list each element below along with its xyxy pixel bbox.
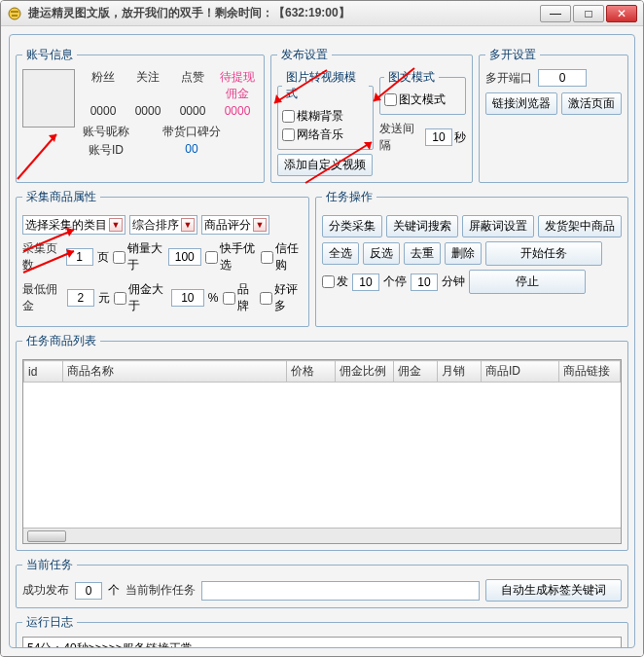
account-id-label: 账号ID [83, 142, 129, 159]
delete-button[interactable]: 删除 [445, 242, 482, 265]
likes-value: 0000 [172, 104, 213, 118]
h-scrollbar[interactable] [23, 528, 621, 543]
video-mode-group: 图片转视频模式 模糊背景 网络音乐 [277, 69, 374, 150]
pic-mode-checkbox[interactable]: 图文模式 [384, 91, 461, 108]
col-id[interactable]: id [24, 361, 63, 383]
reputation-label: 带货口碑分 [162, 124, 221, 140]
window-controls: — □ ✕ [540, 5, 637, 22]
task-legend: 任务操作 [322, 189, 376, 205]
pic-mode-legend: 图文模式 [384, 69, 439, 86]
interval-unit: 秒 [454, 129, 466, 146]
port-input[interactable] [538, 69, 587, 87]
port-label: 多开端口 [485, 70, 532, 87]
auto-tag-button[interactable]: 自动生成标签关键词 [485, 579, 622, 602]
pic-mode-group: 图文模式 图文模式 [379, 69, 466, 115]
video-mode-legend: 图片转视频模式 [282, 69, 369, 102]
app-window: 捷运精灵图文版，放开我们的双手！剩余时间：【632:19:00】 — □ ✕ 账… [0, 0, 644, 657]
chevron-down-icon: ▼ [109, 218, 123, 232]
col-product-id[interactable]: 商品ID [482, 361, 559, 383]
brand-checkbox[interactable]: 品牌 [223, 281, 256, 314]
close-button[interactable]: ✕ [606, 5, 637, 22]
avatar [22, 69, 75, 128]
log-line: 54分：40秒>>>>>服务链接正常 [27, 641, 617, 648]
account-legend: 账号信息 [22, 47, 77, 63]
titlebar-text: 捷运精灵图文版，放开我们的双手！剩余时间：【632:19:00】 [28, 5, 540, 21]
current-task-group: 当前任务 成功发布 个 当前制作任务 自动生成标签关键词 [16, 557, 628, 608]
category-combo[interactable]: 选择采集的类目▼ [22, 215, 125, 235]
commission-value: 0000 [217, 104, 258, 118]
comm-gt-input[interactable] [171, 289, 204, 307]
pub-ok-label: 成功发布 [22, 582, 69, 599]
comm-gt-checkbox[interactable]: 佣金大于 [114, 281, 167, 314]
log-legend: 运行日志 [22, 614, 77, 631]
in-shelf-button[interactable]: 发货架中商品 [538, 215, 622, 237]
multi-legend: 多开设置 [485, 47, 540, 63]
kw-search-button[interactable]: 关键词搜索 [386, 215, 458, 237]
client-area: 账号信息 粉丝 关注 点赞 待提现佣金 0000 0000 00 [1, 26, 643, 656]
min-comm-label: 最低佣金 [22, 281, 63, 314]
link-browser-button[interactable]: 链接浏览器 [485, 92, 557, 115]
pub-ok-unit: 个 [108, 582, 120, 599]
product-table[interactable]: id 商品名称 价格 佣金比例 佣金 月销 商品ID 商品链接 [22, 359, 622, 544]
start-task-button[interactable]: 开始任务 [485, 241, 602, 266]
main-panel: 账号信息 粉丝 关注 点赞 待提现佣金 0000 0000 00 [9, 34, 635, 648]
activate-page-button[interactable]: 激活页面 [561, 92, 622, 115]
collect-props-group: 采集商品属性 选择采集的类目▼ 综合排序▼ 商品评分▼ 采集页数 页 销量大于 … [16, 189, 309, 327]
col-name[interactable]: 商品名称 [63, 361, 287, 383]
col-comm[interactable]: 佣金 [394, 361, 438, 383]
publish-legend: 发布设置 [277, 47, 332, 63]
multi-open-group: 多开设置 多开端口 链接浏览器 激活页面 [479, 47, 628, 183]
col-product-link[interactable]: 商品链接 [559, 361, 621, 383]
making-label: 当前制作任务 [125, 582, 196, 599]
interval-input[interactable] [425, 128, 452, 146]
blur-bg-checkbox[interactable]: 模糊背景 [282, 108, 369, 125]
net-music-checkbox[interactable]: 网络音乐 [282, 127, 369, 143]
select-all-button[interactable]: 全选 [322, 242, 359, 265]
chevron-down-icon: ▼ [253, 218, 267, 232]
list-legend: 任务商品列表 [22, 333, 100, 349]
send-unit: 个停 [383, 274, 407, 290]
min-comm-input[interactable] [67, 289, 94, 307]
current-legend: 当前任务 [22, 557, 77, 573]
pages-label: 采集页数 [22, 240, 62, 274]
log-group: 运行日志 54分：40秒>>>>>服务链接正常 54分：51秒>>>>>浏览器启… [16, 614, 628, 648]
send-count-input[interactable] [352, 274, 379, 291]
follows-value: 0000 [127, 104, 168, 118]
pub-ok-input[interactable] [75, 582, 102, 600]
account-info-group: 账号信息 粉丝 关注 点赞 待提现佣金 0000 0000 00 [16, 47, 265, 183]
scroll-thumb[interactable] [27, 530, 66, 542]
stop-task-button[interactable]: 停止 [469, 270, 586, 294]
trust-buy-checkbox[interactable]: 信任购 [261, 240, 303, 274]
sort-combo[interactable]: 综合排序▼ [129, 215, 197, 235]
cat-collect-button[interactable]: 分类采集 [322, 215, 382, 237]
making-input[interactable] [201, 581, 480, 601]
publish-settings-group: 发布设置 图片转视频模式 模糊背景 网络音乐 添加自定义视频 图文模式 图 [270, 47, 473, 183]
pages-input[interactable] [66, 248, 93, 266]
wait-input[interactable] [411, 274, 438, 291]
add-custom-video-button[interactable]: 添加自定义视频 [277, 154, 373, 176]
send-checkbox[interactable]: 发 [322, 274, 348, 290]
chevron-down-icon: ▼ [181, 218, 195, 232]
fast-pref-checkbox[interactable]: 快手优选 [205, 240, 257, 274]
comm-gt-unit: % [208, 291, 219, 305]
good-review-checkbox[interactable]: 好评多 [260, 281, 303, 314]
pages-unit: 页 [97, 249, 109, 266]
app-icon [7, 6, 22, 21]
col-comm-rate[interactable]: 佣金比例 [336, 361, 394, 383]
col-month-sales[interactable]: 月销 [438, 361, 482, 383]
maximize-button[interactable]: □ [573, 5, 604, 22]
follows-label: 关注 [127, 69, 168, 102]
sales-gt-input[interactable] [168, 248, 201, 266]
svg-point-0 [9, 8, 20, 19]
minimize-button[interactable]: — [540, 5, 571, 22]
log-textarea[interactable]: 54分：40秒>>>>>服务链接正常 54分：51秒>>>>>浏览器启动 成功 [22, 637, 622, 648]
invert-sel-button[interactable]: 反选 [363, 242, 400, 265]
col-price[interactable]: 价格 [287, 361, 336, 383]
wait-unit: 分钟 [442, 274, 465, 290]
score-combo[interactable]: 商品评分▼ [201, 215, 269, 235]
shield-button[interactable]: 屏蔽词设置 [462, 215, 534, 237]
reputation-value: 00 [162, 142, 221, 156]
dedupe-button[interactable]: 去重 [404, 242, 441, 265]
sales-gt-checkbox[interactable]: 销量大于 [113, 240, 164, 274]
likes-label: 点赞 [172, 69, 213, 102]
